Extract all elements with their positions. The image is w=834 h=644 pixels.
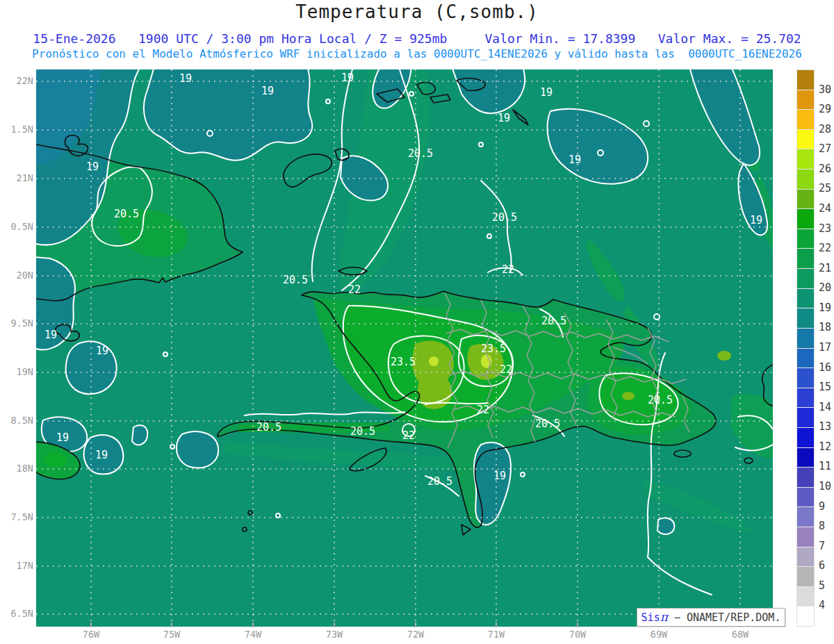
contour-value-label: 20.5	[256, 421, 281, 434]
colorbar-tick-label: 8	[819, 520, 825, 532]
contour-value-label: 20.5	[427, 475, 452, 488]
lon-tick-label: 72W	[402, 629, 430, 640]
lon-tick-label: 69W	[645, 629, 673, 640]
colorbar-tick-label: 7	[819, 540, 825, 552]
lat-tick-label: 8.5N	[0, 415, 33, 426]
subtitle-model: Pronóstico con el Modelo Atmósferico WRF…	[0, 47, 834, 60]
colorbar-cell	[797, 606, 814, 626]
colorbar-cell	[797, 190, 814, 209]
lon-tick-label: 70W	[564, 629, 591, 640]
map-plot-area: 1919191919191919191919191920.520.520.520…	[36, 69, 773, 627]
contour-value-label: 20.5	[535, 418, 560, 430]
contour-value-label: 20.5	[114, 208, 139, 220]
colorbar-tick-label: 23	[819, 222, 831, 235]
contour-value-label: 22	[502, 263, 514, 276]
lat-tick-label: 1.5N	[0, 124, 33, 135]
colorbar-cell	[797, 329, 814, 348]
colorbar-cell	[797, 289, 814, 308]
lat-tick-label: 7.5N	[0, 511, 33, 522]
colorbar-tick-label: 9	[819, 500, 825, 513]
contour-value-label: 19	[569, 154, 581, 166]
colorbar-tick-label: 30	[819, 83, 831, 96]
colorbar-tick-label: 25	[819, 182, 831, 195]
colorbar-cell	[797, 308, 814, 328]
contour-value-label: 20.5	[648, 394, 673, 406]
page-title: Temperatura (C,somb.)	[0, 1, 834, 22]
contour-value-label: 19	[493, 470, 506, 482]
colorbar-tick-label: 17	[819, 341, 831, 354]
lon-tick	[334, 622, 335, 627]
colorbar-tick-label: 11	[819, 460, 831, 472]
colorbar-cell	[797, 488, 814, 507]
lon-tick	[252, 622, 254, 627]
lon-tick-label: 73W	[320, 629, 348, 640]
colorbar-cell	[797, 70, 814, 90]
colorbar-tick-label: 29	[819, 103, 831, 115]
colorbar-cell	[797, 468, 814, 487]
contour-value-label: 19	[261, 85, 274, 97]
contour-value-label: 22	[477, 404, 489, 416]
colorbar-tick-label: 26	[819, 163, 831, 175]
contour-value-label: 20.5	[541, 315, 566, 327]
colorbar-tick-label: 15	[819, 381, 831, 393]
contour-value-label: 20.5	[492, 211, 517, 224]
contour-value-label: 19	[44, 329, 57, 341]
colorbar-cell	[797, 448, 814, 468]
colorbar-cell	[797, 368, 814, 388]
watermark-brand: Sis	[641, 611, 660, 624]
colorbar-cell	[797, 229, 814, 249]
watermark-badge: Sisπ − ONAMET/REP.DOM.	[637, 608, 785, 627]
colorbar-cell	[797, 170, 814, 189]
colorbar-cell	[797, 269, 814, 288]
colorbar-tick-label: 16	[819, 361, 831, 374]
lon-tick	[577, 622, 578, 627]
colorbar-tick-label: 20	[819, 281, 831, 294]
colorbar-cell	[797, 428, 814, 447]
watermark-credit: − ONAMET/REP.DOM.	[668, 611, 781, 624]
colorbar-tick-label: 12	[819, 440, 831, 453]
weather-map-page: Temperatura (C,somb.) 15-Ene-2026 1900 U…	[0, 0, 834, 644]
lat-tick-label: 20N	[0, 270, 33, 281]
colorbar-cell	[797, 249, 814, 268]
colorbar	[796, 69, 815, 627]
lat-tick-label: 9.5N	[0, 317, 33, 329]
colorbar-tick-label: 18	[819, 321, 831, 333]
contour-value-label: 19	[95, 449, 108, 461]
colorbar-cell	[797, 547, 814, 567]
colorbar-tick-label: 6	[819, 559, 825, 572]
contour-value-label: 22	[500, 363, 512, 376]
colorbar-cell	[797, 130, 814, 149]
colorbar-cell	[797, 90, 814, 110]
lon-tick	[415, 622, 416, 627]
colorbar-cell	[797, 349, 814, 368]
lat-tick-label: 6.5N	[0, 608, 33, 619]
colorbar-tick-label: 22	[819, 242, 831, 254]
contour-value-label: 20.5	[283, 274, 308, 286]
lon-tick	[90, 622, 92, 627]
lon-tick-label: 68W	[726, 629, 754, 640]
lon-tick-label: 74W	[239, 629, 267, 640]
colorbar-tick-label: 14	[819, 401, 831, 413]
colorbar-tick-label: 10	[819, 480, 831, 493]
contour-value-label: 23.5	[391, 356, 416, 368]
contour-value-label: 19	[86, 160, 99, 173]
colorbar-tick-label: 19	[819, 302, 831, 314]
pi-icon: π	[660, 610, 668, 624]
colorbar-tick-label: 21	[819, 262, 831, 274]
contour-value-label: 22	[402, 429, 415, 442]
contour-value-label: 23.5	[481, 342, 506, 355]
lat-tick-label: 21N	[0, 172, 33, 183]
colorbar-cell	[797, 388, 814, 408]
contour-value-label: 19	[498, 112, 510, 124]
colorbar-cell	[797, 408, 814, 427]
colorbar-tick-label: 28	[819, 123, 831, 135]
lon-tick	[496, 622, 497, 627]
colorbar-tick-label: 5	[819, 579, 825, 592]
lon-tick-label: 71W	[482, 629, 510, 640]
colorbar-cell	[797, 507, 814, 527]
colorbar-tick-label: 27	[819, 142, 831, 155]
lon-tick	[171, 622, 172, 627]
colorbar-cell	[797, 149, 814, 169]
contour-value-label: 19	[341, 72, 354, 84]
contour-value-label: 19	[750, 214, 762, 226]
